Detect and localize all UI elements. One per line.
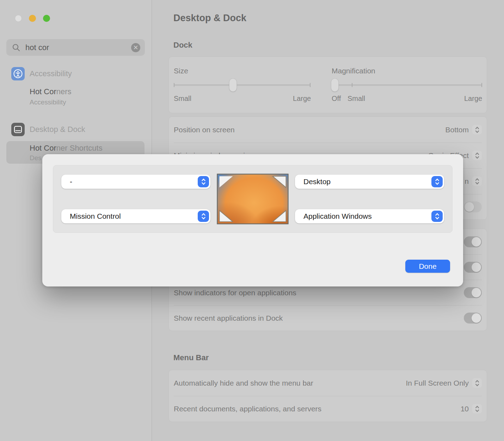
hot-corners-dialog: - Mission Control Desktop: [42, 154, 463, 286]
dock-sliders-card: Size Small Large Magnification Off Small…: [168, 56, 487, 113]
sidebar-result-subtitle: Accessibility: [30, 98, 66, 106]
position-stepper-icon[interactable]: [472, 125, 482, 134]
sidebar-result-title: Hot Corner Shortcuts: [30, 144, 103, 153]
menu-bar-section-header: Menu Bar: [173, 353, 209, 362]
clear-search-icon[interactable]: ✕: [131, 43, 140, 52]
hot-corners-panel: - Mission Control Desktop: [53, 165, 453, 233]
dock-magnification-slider[interactable]: [332, 78, 482, 92]
search-input[interactable]: [25, 43, 131, 53]
dock-section-header: Dock: [173, 41, 192, 50]
show-recent-row: Show recent applications in Dock: [174, 305, 482, 331]
magnification-slider-thumb[interactable]: [331, 78, 339, 92]
hidden-stepper-icon[interactable]: [472, 176, 482, 186]
bottom-left-corner-select[interactable]: Mission Control: [61, 209, 210, 223]
top-right-corner-select[interactable]: Desktop: [295, 175, 444, 189]
hot-corner-bottom-right-marker: [272, 210, 287, 222]
mag-off-label: Off: [332, 95, 341, 103]
menu-bar-card: Automatically hide and show the menu bar…: [168, 370, 487, 422]
minimize-button[interactable]: [29, 15, 36, 22]
sidebar-group-label: Accessibility: [30, 69, 72, 78]
size-min-label: Small: [174, 95, 191, 103]
hot-corner-top-left-marker: [219, 176, 233, 188]
stepper-icon[interactable]: [198, 176, 209, 187]
recent-documents-row: Recent documents, applications, and serv…: [174, 396, 482, 422]
magnification-label: Magnification: [332, 67, 375, 75]
size-label: Size: [174, 67, 188, 75]
position-on-screen-row: Position on screen Bottom: [174, 117, 482, 143]
hot-corner-top-right-marker: [272, 176, 287, 188]
zoom-button[interactable]: [43, 15, 50, 22]
top-left-corner-select[interactable]: -: [61, 175, 210, 189]
show-recent-toggle[interactable]: [464, 313, 482, 324]
menu-bar-stepper-icon[interactable]: [472, 378, 482, 388]
page-title: Desktop & Dock: [173, 13, 246, 24]
desktop-preview-thumbnail: [217, 174, 289, 224]
search-icon: [12, 43, 20, 52]
bottom-right-corner-select[interactable]: Application Windows: [295, 209, 444, 223]
size-slider-thumb[interactable]: [229, 78, 237, 92]
show-indicators-toggle[interactable]: [464, 287, 482, 298]
dock-size-slider[interactable]: [174, 78, 311, 92]
stepper-icon[interactable]: [431, 176, 443, 187]
sidebar-group-label: Desktop & Dock: [30, 125, 85, 134]
stepper-icon[interactable]: [431, 211, 443, 222]
sidebar-result-hot-corners[interactable]: Hot Corners: [30, 87, 72, 96]
hidden-toggle-b[interactable]: [464, 262, 482, 273]
mag-large-label: Large: [464, 95, 482, 103]
recent-documents-stepper-icon[interactable]: [472, 404, 482, 413]
auto-hide-menu-bar-row: Automatically hide and show the menu bar…: [174, 370, 482, 396]
done-button[interactable]: Done: [405, 260, 450, 273]
size-max-label: Large: [293, 95, 311, 103]
minimize-into-icon-toggle[interactable]: [464, 201, 482, 212]
search-field[interactable]: ✕: [6, 39, 145, 56]
accessibility-icon: [11, 67, 25, 80]
close-button[interactable]: [15, 15, 22, 22]
sidebar-result-subtitle: Des: [30, 154, 42, 162]
mag-small-label: Small: [348, 95, 365, 103]
sidebar-group-desktop-dock: Desktop & Dock: [11, 123, 85, 136]
hot-corner-bottom-left-marker: [219, 210, 233, 222]
hidden-toggle-a[interactable]: [464, 236, 482, 247]
minimize-using-stepper-icon[interactable]: [472, 151, 482, 160]
sidebar-group-accessibility: Accessibility: [11, 67, 72, 80]
desktop-dock-icon: [11, 123, 25, 136]
stepper-icon[interactable]: [198, 211, 209, 222]
